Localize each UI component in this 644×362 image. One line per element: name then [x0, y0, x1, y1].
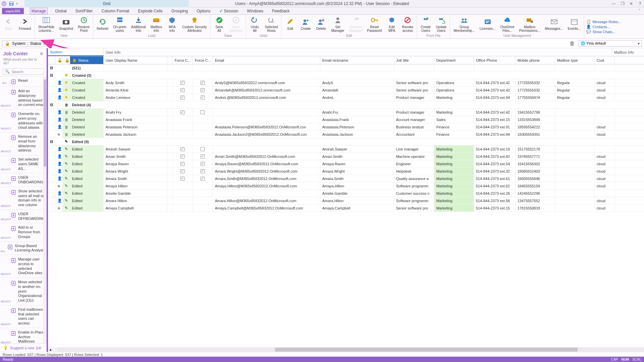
job-item[interactable]: SELECT Manage user access to selected On…	[0, 255, 47, 278]
onedrive-files-button[interactable]: OneDrive Files...	[498, 16, 517, 33]
grouping-chip[interactable]: 🔒 System :: Status ▴	[2, 40, 48, 47]
update-users-file-button[interactable]: Update Users	[434, 16, 448, 33]
col-force1[interactable]: Force C...	[173, 56, 193, 64]
job-item[interactable]: SELECT Remove an email from alias/proxy …	[0, 132, 47, 155]
refresh-button[interactable]: Refresh	[95, 17, 110, 31]
group-total-row[interactable]: ⊟ (521)	[48, 64, 644, 72]
document-tab-grid[interactable]: Grid	[24, 0, 189, 7]
tab-columnformat[interactable]: Column Format	[100, 8, 131, 14]
checkbox[interactable]	[180, 169, 184, 173]
table-row[interactable]: 👤 ✹ Created Amanda Kline AmandaK@M365x85…	[48, 86, 644, 94]
table-row[interactable]: 👤 🗑 Deleted Anahi Fry Anahi.Fry Product …	[48, 109, 644, 116]
forward-button[interactable]: Forward	[17, 17, 33, 31]
job-item[interactable]: SELECT USER ONBOARDING	[0, 173, 47, 187]
checkbox[interactable]	[180, 88, 184, 92]
edit-button[interactable]: Edit	[283, 17, 298, 31]
job-list[interactable]: ALL ResetSELECT Add an alias/proxy addre…	[0, 76, 47, 343]
table-row[interactable]: 👤 🗑 Deleted Anastasia Frank Anastasia.Fr…	[48, 116, 644, 123]
undo-selected-button[interactable]: Selected Rows	[263, 16, 280, 33]
col-mbtype[interactable]: Mailbox type	[555, 56, 595, 64]
job-item[interactable]: SELECT Find mailboxes that selected user…	[0, 305, 47, 328]
save-icon[interactable]	[9, 1, 14, 6]
job-item[interactable]: SELECT Enable In-Place Archive Mailboxes	[0, 328, 47, 343]
custom-security-button[interactable]: Custom Security Attributes	[180, 16, 209, 33]
col-mobile[interactable]: Mobile phone	[516, 56, 555, 64]
grid-body[interactable]: ⊟ (521) ⊟ ✹ Created (3) 👤 ✹ Created Andy…	[48, 64, 644, 347]
mailbox-info-button[interactable]: Mailbox info	[149, 16, 164, 33]
job-scroll-thumb[interactable]	[44, 79, 46, 167]
checkbox[interactable]	[201, 169, 205, 173]
tab-options[interactable]: Options	[195, 8, 212, 14]
group-header-row[interactable]: ⊟ 🗑 Deleted (4)	[48, 101, 644, 109]
restore-point-button[interactable]: Restore Point	[76, 16, 92, 33]
col-force2[interactable]: Force C...	[193, 56, 213, 64]
job-item[interactable]: ALL Group-Based Licensing Analysis	[0, 241, 47, 255]
checkbox[interactable]	[180, 177, 184, 181]
header-group-userinfo[interactable]: User Info	[104, 48, 612, 56]
job-item[interactable]: SELECT Overwrite on-prem proxy addresses…	[0, 109, 47, 132]
checkbox[interactable]	[201, 110, 205, 114]
snapshot-button[interactable]: Snapshot	[57, 17, 75, 31]
collapse-icon[interactable]: ⊟	[50, 66, 53, 70]
col-job[interactable]: Job title	[394, 56, 434, 64]
show-chats-link[interactable]: 💬Show Chats...	[586, 29, 621, 34]
tab-windows[interactable]: Windows	[246, 8, 265, 14]
collapse-icon[interactable]: ⊟	[50, 73, 53, 77]
checkbox[interactable]	[201, 147, 205, 151]
reset-password-button[interactable]: Reset Password	[365, 16, 384, 33]
tab-sortfilter[interactable]: Sort/Filter	[74, 8, 94, 14]
undo-all-button[interactable]: Undo All	[247, 16, 262, 33]
checkbox[interactable]	[180, 81, 184, 85]
gear-icon[interactable]: ⚙	[40, 52, 43, 56]
group-header-row[interactable]: ⊟ ✎ Edited (9)	[48, 138, 644, 145]
checkbox[interactable]	[180, 110, 184, 114]
header-group-system[interactable]: System	[48, 48, 104, 56]
schema-select[interactable]: 🌐 Ytria default ▾	[578, 40, 642, 47]
mfa-info-button[interactable]: MFA info	[165, 16, 179, 33]
col-expand[interactable]	[48, 56, 55, 64]
tab-grouping[interactable]: Grouping	[170, 8, 189, 14]
col-m[interactable]: 🔒M.	[55, 56, 63, 64]
tab-manage[interactable]: Manage	[30, 8, 48, 14]
qa-dropdown-icon[interactable]: ▾	[16, 2, 18, 5]
col-cust[interactable]: Cust	[595, 56, 615, 64]
col-dept[interactable]: Department	[434, 56, 474, 64]
table-row[interactable]: 👤 ✎ Edited Amara Wright Amara.Wright@M36…	[48, 168, 644, 175]
header-group-mailboxinfo[interactable]: Mailbox Info	[612, 48, 644, 56]
collapse-icon[interactable]: ⊟	[50, 139, 53, 144]
col-status[interactable]: 🔒Status	[70, 56, 104, 64]
scroll-left-icon[interactable]: ◂	[48, 348, 53, 352]
col-office[interactable]: Office Phone	[474, 56, 516, 64]
checkbox[interactable]	[201, 162, 205, 166]
hscroll-thumb[interactable]	[275, 348, 578, 352]
suggest-job-link[interactable]: 💡 Suggest a new 'job'	[0, 343, 47, 352]
job-item[interactable]: ALL Reset	[0, 76, 47, 86]
job-item[interactable]: SELECT Move selected to another on-prem …	[0, 278, 47, 305]
licenses-button[interactable]: Licenses...	[478, 17, 498, 31]
onprem-users-button[interactable]: On-prem users	[111, 16, 128, 33]
message-rules-link[interactable]: 📋Message Rules...	[586, 19, 621, 24]
job-search-input[interactable]: 🔍 Search	[3, 68, 44, 75]
checkbox[interactable]	[201, 177, 205, 181]
table-row[interactable]: ◉ ✎ Edited Amaya Campbell Amaya.Campbell…	[48, 204, 644, 212]
create-button[interactable]: Create	[298, 17, 313, 31]
checkbox[interactable]	[201, 88, 205, 92]
contacts-link[interactable]: 👤Contacts...	[586, 24, 621, 29]
app-brand[interactable]: sapio365	[2, 8, 24, 14]
mailbox-permissions-button[interactable]: Mailbox Permissions...	[517, 16, 542, 33]
job-item[interactable]: SELECT Set selected users SAME AS...	[0, 155, 47, 173]
grid-hscroll[interactable]: ◂ ▸	[48, 347, 644, 352]
tab-feedback[interactable]: Feedback	[271, 8, 291, 14]
revoke-access-button[interactable]: Revoke access	[400, 16, 415, 33]
restore-button[interactable]: ❐	[620, 1, 625, 6]
close-button[interactable]: ✕	[629, 1, 634, 6]
tab-session[interactable]: Session	[218, 8, 240, 14]
set-manager-button[interactable]: Set Manager	[329, 16, 346, 33]
table-row[interactable]: 👤 ✹ Created Andre Lemieux AndreL@M365x85…	[48, 94, 644, 101]
table-row[interactable]: ◉ ✎ Edited Amaya Hilton Amaya.Hilton@M36…	[48, 182, 644, 190]
job-item[interactable]: SELECT Show selected users all mail or d…	[0, 187, 47, 209]
table-row[interactable]: 👤 ✎ Edited Amara Smith Amara.Smith@M365x…	[48, 175, 644, 182]
delete-button[interactable]: Delete	[314, 17, 328, 31]
events-button[interactable]: Events...	[566, 17, 583, 31]
table-row[interactable]: 👤 ✎ Edited Amari Smith Amari.Smith@M365x…	[48, 153, 644, 160]
